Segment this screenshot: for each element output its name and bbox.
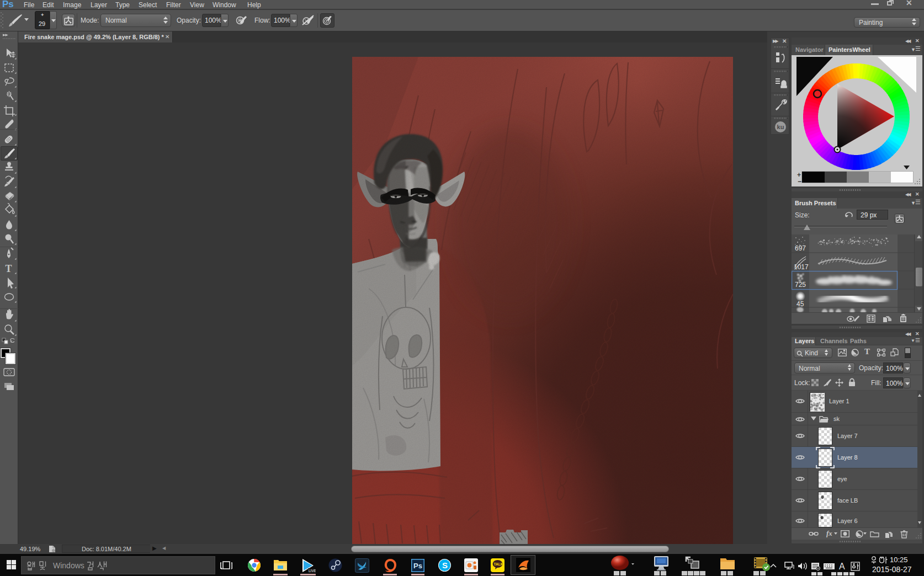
svg-text:45: 45 xyxy=(796,300,804,308)
svg-text:Ps: Ps xyxy=(413,562,422,570)
svg-text:725: 725 xyxy=(795,281,806,289)
svg-text:A: A xyxy=(839,562,845,571)
svg-text:1017: 1017 xyxy=(794,263,809,271)
svg-text:S: S xyxy=(442,561,448,570)
svg-text:TALK: TALK xyxy=(494,562,503,566)
svg-text:T: T xyxy=(6,263,12,274)
svg-text:697: 697 xyxy=(795,244,806,252)
svg-text:LIVE: LIVE xyxy=(309,569,316,573)
svg-text:−: − xyxy=(798,178,801,185)
